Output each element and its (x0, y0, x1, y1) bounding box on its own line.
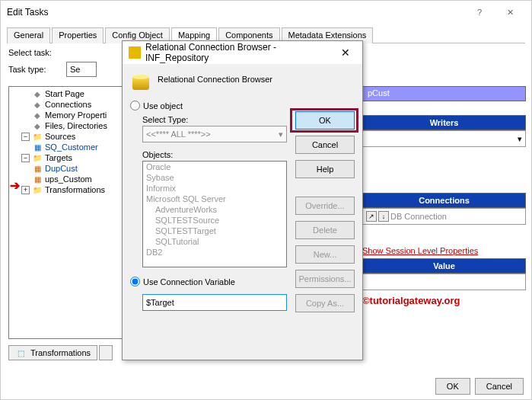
folder-icon: 📁 (32, 153, 43, 162)
page-icon: ◆ (32, 100, 43, 109)
collapse-icon[interactable]: − (21, 154, 30, 162)
page-icon: ◆ (32, 121, 43, 130)
chevron-down-icon: ▾ (279, 130, 283, 139)
bottom-tab-next[interactable] (99, 345, 113, 360)
dialog-title: Relational Connection Browser - INF_Repo… (145, 42, 335, 63)
arrow-indicator-icon: ➔ (10, 178, 20, 193)
task-type-label: Task type: (8, 65, 62, 74)
target-icon: ▦ (32, 164, 43, 173)
list-item[interactable]: Informix (143, 183, 286, 194)
connections-header: Connections (362, 193, 526, 208)
list-item[interactable]: DB2 (143, 247, 286, 258)
tree-ups-custom[interactable]: ups_Custom (45, 174, 92, 184)
tree-sq-customer[interactable]: SQ_Customer (45, 142, 98, 152)
chevron-down-icon[interactable]: ▾ (518, 134, 522, 144)
select-task-label: Select task: (8, 48, 62, 57)
override-button[interactable]: Override... (295, 197, 355, 215)
database-icon (130, 69, 151, 90)
bottom-tab-transformations[interactable]: ⬚Transformations (8, 345, 97, 360)
connection-variable-input[interactable] (142, 294, 287, 311)
objects-list[interactable]: Oracle Sybase Informix Microsoft SQL Ser… (142, 161, 287, 267)
list-item[interactable]: SQLTESTSource (143, 215, 286, 226)
list-item[interactable]: Sybase (143, 172, 286, 183)
connections-row[interactable]: ↗ ↓ DB Connection (362, 208, 526, 225)
value-header: Value (362, 258, 526, 274)
permissions-button[interactable]: Permissions... (295, 270, 355, 288)
expand-icon[interactable]: + (21, 186, 30, 194)
tree-connections[interactable]: Connections (45, 100, 91, 109)
value-row[interactable] (362, 274, 526, 290)
tree-transformations[interactable]: Transformations (45, 185, 105, 194)
task-type-input[interactable] (66, 62, 97, 77)
use-object-radio-input[interactable] (130, 101, 140, 110)
folder-icon: 📁 (32, 132, 43, 141)
tree-memory[interactable]: Memory Properti (45, 110, 107, 120)
help-button[interactable]: ? (464, 2, 495, 23)
folder-icon: 📁 (32, 185, 43, 194)
select-type-dropdown[interactable]: <<**** ALL ****>> ▾ (142, 126, 287, 142)
page-icon: ◆ (32, 89, 43, 98)
down-icon[interactable]: ↓ (378, 211, 389, 222)
use-conn-var-radio-input[interactable] (130, 277, 140, 286)
main-title-bar: Edit Tasks ? ✕ (1, 1, 531, 24)
ok-button[interactable]: OK (295, 111, 355, 130)
tree-start-page[interactable]: Start Page (45, 89, 84, 98)
main-cancel-button[interactable]: Cancel (475, 378, 524, 395)
use-object-radio[interactable]: Use object (130, 101, 355, 110)
list-item[interactable]: Microsoft SQL Server (143, 194, 286, 204)
tree-dupcust[interactable]: DupCust (45, 164, 78, 173)
tab-general[interactable]: General (7, 27, 50, 43)
transform-icon: ⬚ (15, 348, 26, 357)
main-ok-button[interactable]: OK (435, 378, 470, 395)
source-icon: ▦ (32, 142, 43, 152)
watermark-text: ©tutorialgateway.org (362, 295, 526, 306)
dialog-header-text: Relational Connection Browser (158, 75, 272, 84)
target-icon: ▦ (32, 174, 43, 184)
dialog-icon (129, 46, 141, 59)
dialog-title-bar: Relational Connection Browser - INF_Repo… (123, 41, 362, 64)
navigator-tree[interactable]: ◆Start Page ◆Connections ◆Memory Propert… (8, 86, 126, 339)
list-item[interactable]: Oracle (143, 162, 286, 172)
pcust-bar: pCust (362, 86, 526, 101)
browse-icon[interactable]: ↗ (366, 211, 377, 222)
relational-connection-dialog: Relational Connection Browser - INF_Repo… (122, 40, 363, 360)
new-button[interactable]: New... (295, 245, 355, 264)
writers-row[interactable]: ▾ (362, 130, 526, 147)
cancel-button[interactable]: Cancel (295, 136, 355, 154)
close-button[interactable]: ✕ (495, 2, 525, 23)
list-item[interactable]: SQLTESTTarget (143, 226, 286, 236)
dialog-close-button[interactable]: ✕ (335, 46, 356, 59)
delete-button[interactable]: Delete (295, 221, 355, 239)
writers-header: Writers (362, 115, 526, 130)
list-item[interactable]: AdventureWorks (143, 204, 286, 215)
list-item[interactable]: SQLTutorial (143, 236, 286, 247)
window-title: Edit Tasks (7, 7, 464, 18)
show-session-link[interactable]: Show Session Level Properties (362, 246, 526, 255)
page-icon: ◆ (32, 110, 43, 120)
collapse-icon[interactable]: − (21, 133, 30, 141)
tree-files[interactable]: Files, Directories (45, 121, 107, 130)
tab-properties[interactable]: Properties (52, 27, 104, 43)
copy-as-button[interactable]: Copy As... (295, 294, 355, 312)
help-button[interactable]: Help (295, 160, 355, 178)
tree-sources[interactable]: Sources (45, 132, 75, 141)
tree-targets[interactable]: Targets (45, 153, 72, 162)
